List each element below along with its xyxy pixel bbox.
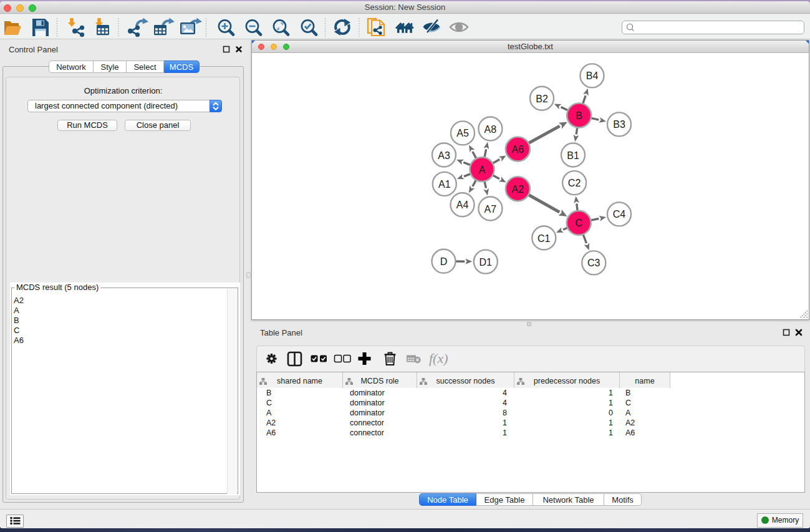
svg-text:A7: A7 <box>484 203 496 214</box>
svg-text:A: A <box>478 164 485 175</box>
svg-text:A4: A4 <box>456 200 468 210</box>
svg-text:A8: A8 <box>484 123 496 134</box>
svg-text:B: B <box>576 110 582 121</box>
svg-text:A3: A3 <box>438 150 450 160</box>
svg-text:A5: A5 <box>456 128 469 138</box>
svg-text:A1: A1 <box>438 178 451 189</box>
svg-text:C4: C4 <box>612 209 625 220</box>
svg-text:f(x): f(x) <box>429 351 448 366</box>
svg-text:D: D <box>440 256 447 266</box>
svg-text:B4: B4 <box>586 70 598 81</box>
svg-text:B1: B1 <box>567 150 579 160</box>
svg-text:C1: C1 <box>538 233 551 243</box>
svg-text:A6: A6 <box>511 144 524 155</box>
svg-text:B2: B2 <box>536 93 548 104</box>
svg-text:B3: B3 <box>613 119 625 130</box>
svg-text:A2: A2 <box>511 183 524 194</box>
svg-text:D1: D1 <box>479 256 492 267</box>
svg-text:C: C <box>575 218 582 228</box>
svg-text:C2: C2 <box>567 178 581 188</box>
svg-text:C3: C3 <box>587 258 600 268</box>
